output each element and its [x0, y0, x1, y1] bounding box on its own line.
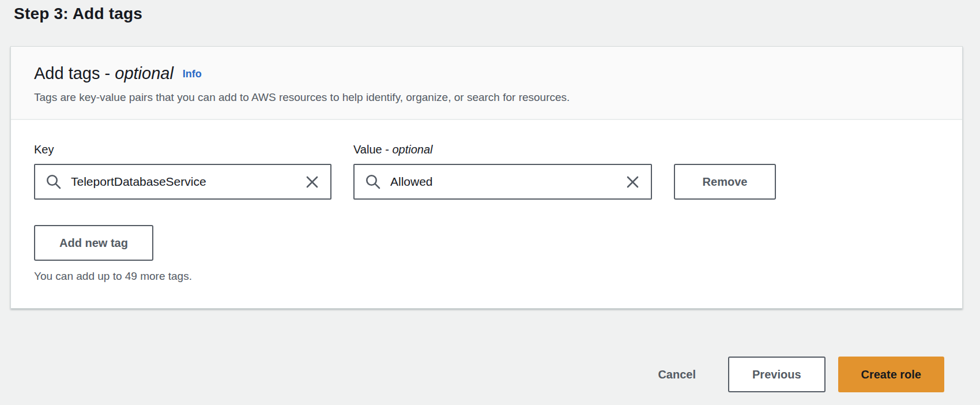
key-label-text: Key	[34, 143, 54, 156]
cancel-button[interactable]: Cancel	[658, 368, 696, 381]
create-role-button[interactable]: Create role	[838, 357, 945, 392]
value-field: Value - optional	[353, 143, 652, 200]
info-link[interactable]: Info	[183, 68, 202, 80]
panel-body: Key	[11, 120, 962, 308]
value-label-optional: optional	[392, 143, 432, 156]
add-new-tag-button[interactable]: Add new tag	[34, 225, 153, 261]
value-input-box	[353, 164, 652, 200]
panel-title-optional: optional	[115, 64, 174, 82]
previous-button[interactable]: Previous	[728, 357, 825, 392]
add-tags-panel: Add tags - optionalInfo Tags are key-val…	[10, 46, 963, 309]
value-label-text: Value -	[353, 143, 392, 156]
close-icon	[625, 174, 640, 190]
page-title: Step 3: Add tags	[0, 0, 980, 23]
panel-title: Add tags - optionalInfo	[34, 64, 939, 83]
tag-row: Key	[34, 143, 939, 200]
key-label: Key	[34, 143, 331, 156]
remove-button[interactable]: Remove	[674, 164, 776, 200]
search-icon	[365, 174, 381, 190]
panel-header: Add tags - optionalInfo Tags are key-val…	[11, 47, 962, 120]
panel-description: Tags are key-value pairs that you can ad…	[34, 91, 939, 104]
panel-title-text: Add tags -	[34, 64, 115, 82]
search-icon	[46, 174, 62, 190]
close-icon	[304, 174, 320, 190]
key-input[interactable]	[71, 175, 302, 189]
tag-limit-note: You can add up to 49 more tags.	[34, 270, 939, 283]
wizard-footer-actions: Cancel Previous Create role	[658, 357, 944, 392]
value-clear-button[interactable]	[623, 172, 643, 192]
key-input-box	[34, 164, 331, 200]
key-clear-button[interactable]	[302, 172, 322, 192]
value-input[interactable]	[390, 175, 623, 189]
key-field: Key	[34, 143, 331, 200]
value-label: Value - optional	[353, 143, 652, 156]
